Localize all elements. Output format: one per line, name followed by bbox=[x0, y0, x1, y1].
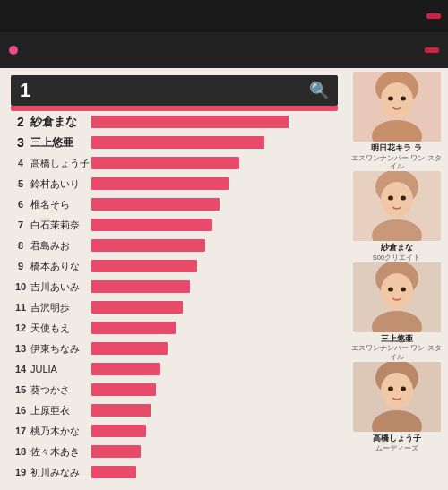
rank-number: 18 bbox=[11, 446, 30, 457]
rank-number: 13 bbox=[11, 343, 30, 354]
rank-bar bbox=[91, 198, 220, 211]
svg-point-14 bbox=[381, 273, 413, 309]
rank-name: 君島みお bbox=[30, 239, 91, 253]
rank-number: 5 bbox=[11, 178, 30, 189]
rank-number: 3 bbox=[11, 135, 30, 150]
rank-name: 白石茉莉奈 bbox=[30, 219, 91, 232]
rank-number: 2 bbox=[11, 115, 30, 129]
photo-name: 三上悠亜 bbox=[381, 334, 413, 345]
rank-bar bbox=[91, 116, 289, 128]
header-report-badge bbox=[426, 13, 441, 19]
bar-container bbox=[91, 301, 338, 314]
rank-number: 8 bbox=[11, 240, 30, 251]
rank-name: 椎名そら bbox=[30, 198, 91, 211]
top-banner bbox=[0, 32, 448, 68]
rank-number: 7 bbox=[11, 219, 30, 230]
photo-sidebar: 明日花キラ ラエスワンナンバー ワン スタイル紗倉まなS00クリエイト三上悠亜エ… bbox=[345, 68, 448, 490]
rank1-number: 1 bbox=[20, 81, 30, 100]
bar-container bbox=[91, 425, 338, 437]
photo-name: 高橋しょう子 bbox=[373, 434, 421, 444]
rank-number: 14 bbox=[11, 364, 30, 374]
rank-name: 葵つかさ bbox=[30, 383, 91, 397]
rank-number: 15 bbox=[11, 384, 30, 395]
rank-name: 伊東ちなみ bbox=[30, 342, 91, 356]
photo-card: 高橋しょう子ムーディーズ bbox=[350, 362, 443, 452]
bar-container bbox=[91, 198, 338, 211]
bar-container bbox=[91, 404, 338, 417]
rank-name: 橋本ありな bbox=[30, 260, 91, 273]
svg-point-17 bbox=[401, 287, 406, 291]
rank-bar bbox=[91, 383, 156, 396]
bar-container bbox=[91, 466, 338, 478]
svg-point-5 bbox=[401, 97, 406, 101]
rank-bar bbox=[91, 466, 136, 478]
photo-sub: S00クリエイト bbox=[373, 254, 420, 262]
rank-rows-container: 2紗倉まな3三上悠亜4高橋しょう子5鈴村あいり6椎名そら7白石茉莉奈8君島みお9… bbox=[11, 113, 338, 481]
bullet-icon bbox=[9, 46, 18, 55]
photo-sub: エスワンナンバー ワン スタイル bbox=[350, 154, 443, 172]
rank1-box: 1 🔍 bbox=[11, 75, 338, 106]
bar-container bbox=[91, 280, 338, 293]
rank-item: 17桃乃木かな bbox=[11, 422, 338, 440]
rank-bar bbox=[91, 260, 197, 272]
photo-name: 明日花キラ ラ bbox=[371, 143, 422, 154]
rank-name: 吉沢明歩 bbox=[30, 301, 91, 314]
rank1-search-icon: 🔍 bbox=[309, 81, 329, 100]
svg-point-8 bbox=[381, 182, 413, 218]
rank-number: 17 bbox=[11, 426, 30, 436]
svg-point-10 bbox=[388, 196, 393, 201]
photo-box bbox=[353, 171, 441, 241]
rank-name: 上原亜衣 bbox=[30, 404, 91, 417]
rank-item: 19初川みなみ bbox=[11, 463, 338, 481]
rank-item: 7白石茉莉奈 bbox=[11, 216, 338, 234]
rank1-bar bbox=[11, 106, 338, 111]
svg-point-2 bbox=[381, 82, 413, 118]
rank-name: 鈴村あいり bbox=[30, 177, 91, 191]
bar-container bbox=[91, 177, 338, 190]
banner-left bbox=[9, 46, 23, 55]
photo-box bbox=[353, 72, 441, 142]
rank-name: 吉川あいみ bbox=[30, 280, 91, 294]
rank-bar bbox=[91, 342, 168, 355]
rank-bar bbox=[91, 280, 190, 293]
photo-cards-container: 明日花キラ ラエスワンナンバー ワン スタイル紗倉まなS00クリエイト三上悠亜エ… bbox=[350, 72, 443, 452]
rank-bar bbox=[91, 239, 205, 252]
bar-container bbox=[91, 136, 338, 149]
rank-item: 4高橋しょう子 bbox=[11, 154, 338, 172]
rank-item: 2紗倉まな bbox=[11, 113, 338, 131]
photo-box bbox=[353, 362, 441, 432]
bar-container bbox=[91, 157, 338, 169]
photo-card: 三上悠亜エスワンナンバー ワン スタイル bbox=[350, 262, 443, 362]
ranking-list: 1 🔍 2紗倉まな3三上悠亜4高橋しょう子5鈴村あいり6椎名そら7白石茉莉奈8君… bbox=[0, 68, 345, 490]
rank-item: 13伊東ちなみ bbox=[11, 340, 338, 357]
rank-number: 19 bbox=[11, 467, 30, 477]
rank-number: 11 bbox=[11, 302, 30, 313]
photo-sub: ムーディーズ bbox=[375, 444, 418, 453]
rank-bar bbox=[91, 219, 212, 231]
rank-name: JULIA bbox=[30, 364, 91, 374]
bar-container bbox=[91, 383, 338, 396]
rank-number: 4 bbox=[11, 158, 30, 168]
rank-item: 5鈴村あいり bbox=[11, 175, 338, 193]
photo-card: 紗倉まなS00クリエイト bbox=[350, 171, 443, 262]
svg-point-11 bbox=[401, 196, 406, 201]
rank-number: 12 bbox=[11, 322, 30, 333]
banner-report-badge bbox=[425, 47, 439, 53]
bar-container bbox=[91, 260, 338, 272]
rank-item: 14JULIA bbox=[11, 360, 338, 378]
rank-bar bbox=[91, 136, 264, 149]
svg-point-4 bbox=[388, 97, 393, 101]
main-content: 1 🔍 2紗倉まな3三上悠亜4高橋しょう子5鈴村あいり6椎名そら7白石茉莉奈8君… bbox=[0, 68, 448, 490]
bar-container bbox=[91, 219, 338, 231]
photo-name: 紗倉まな bbox=[381, 243, 413, 254]
bar-container bbox=[91, 116, 338, 128]
svg-point-16 bbox=[388, 287, 393, 291]
rank-bar bbox=[91, 157, 239, 169]
bar-container bbox=[91, 322, 338, 334]
svg-point-20 bbox=[381, 373, 413, 408]
photo-box bbox=[353, 262, 441, 332]
rank-bar bbox=[91, 425, 146, 437]
rank-name: 紗倉まな bbox=[30, 114, 91, 130]
rank-bar bbox=[91, 363, 160, 375]
rank-item: 16上原亜衣 bbox=[11, 401, 338, 419]
